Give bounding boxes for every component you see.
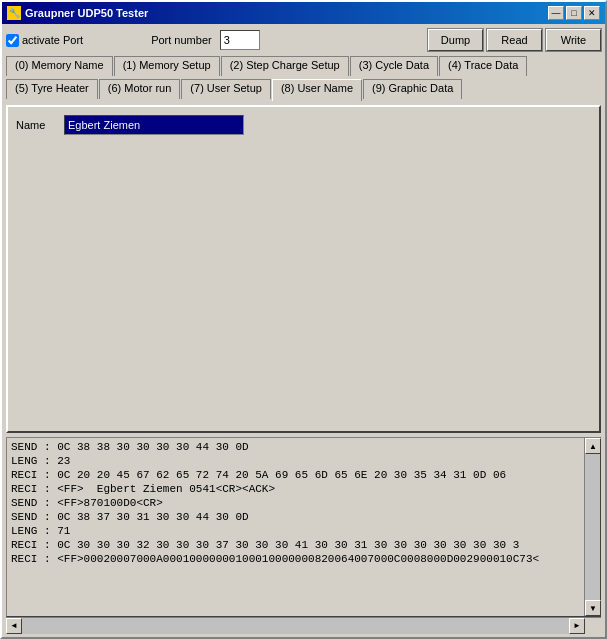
tab-user-setup[interactable]: (7) User Setup xyxy=(181,79,271,99)
tabs-row1: (0) Memory Name (1) Memory Setup (2) Ste… xyxy=(6,56,601,76)
app-icon: 🔧 xyxy=(7,6,21,20)
scroll-track-h[interactable] xyxy=(22,618,569,634)
horizontal-scrollbar: ◄ ► xyxy=(6,617,601,633)
name-label: Name xyxy=(16,119,56,131)
activate-port-checkbox[interactable] xyxy=(6,34,19,47)
tab-step-charge[interactable]: (2) Step Charge Setup xyxy=(221,56,349,76)
scroll-left-button[interactable]: ◄ xyxy=(6,618,22,634)
activate-port-text: activate Port xyxy=(22,34,83,46)
minimize-button[interactable]: — xyxy=(548,6,564,20)
action-buttons: Dump Read Write xyxy=(428,29,601,51)
window-body: activate Port Port number Dump Read Writ… xyxy=(2,24,605,637)
top-bar: activate Port Port number Dump Read Writ… xyxy=(6,28,601,52)
scroll-track-v[interactable] xyxy=(585,454,600,600)
tabs-row2: (5) Tyre Heater (6) Motor run (7) User S… xyxy=(6,79,601,101)
title-buttons: — □ ✕ xyxy=(548,6,600,20)
log-content: SEND : 0C 38 38 30 30 30 30 44 30 0D LEN… xyxy=(7,438,584,616)
window-title: Graupner UDP50 Tester xyxy=(25,7,148,19)
main-window: 🔧 Graupner UDP50 Tester — □ ✕ activate P… xyxy=(0,0,607,639)
dump-button[interactable]: Dump xyxy=(428,29,483,51)
name-input[interactable] xyxy=(64,115,244,135)
name-row: Name xyxy=(16,115,591,135)
scroll-right-button[interactable]: ► xyxy=(569,618,585,634)
tab-cycle-data[interactable]: (3) Cycle Data xyxy=(350,56,438,76)
tab-motor-run[interactable]: (6) Motor run xyxy=(99,79,181,99)
activate-port-label[interactable]: activate Port xyxy=(6,34,83,47)
scroll-corner xyxy=(585,618,601,634)
read-button[interactable]: Read xyxy=(487,29,542,51)
port-number-label: Port number xyxy=(151,34,212,46)
maximize-button[interactable]: □ xyxy=(566,6,582,20)
port-number-input[interactable] xyxy=(220,30,260,50)
tab-memory-setup[interactable]: (1) Memory Setup xyxy=(114,56,220,76)
write-button[interactable]: Write xyxy=(546,29,601,51)
scroll-up-button[interactable]: ▲ xyxy=(585,438,601,454)
log-wrapper: SEND : 0C 38 38 30 30 30 30 44 30 0D LEN… xyxy=(6,437,601,617)
tab-user-name[interactable]: (8) User Name xyxy=(272,79,362,101)
scroll-down-button[interactable]: ▼ xyxy=(585,600,601,616)
content-area: Name xyxy=(6,105,601,433)
tab-trace-data[interactable]: (4) Trace Data xyxy=(439,56,527,76)
title-bar: 🔧 Graupner UDP50 Tester — □ ✕ xyxy=(2,2,605,24)
tab-tyre-heater[interactable]: (5) Tyre Heater xyxy=(6,79,98,99)
title-bar-left: 🔧 Graupner UDP50 Tester xyxy=(7,6,148,20)
vertical-scrollbar: ▲ ▼ xyxy=(584,438,600,616)
close-button[interactable]: ✕ xyxy=(584,6,600,20)
tab-memory-name[interactable]: (0) Memory Name xyxy=(6,56,113,76)
log-section: SEND : 0C 38 38 30 30 30 30 44 30 0D LEN… xyxy=(6,437,601,633)
tab-graphic-data[interactable]: (9) Graphic Data xyxy=(363,79,462,99)
